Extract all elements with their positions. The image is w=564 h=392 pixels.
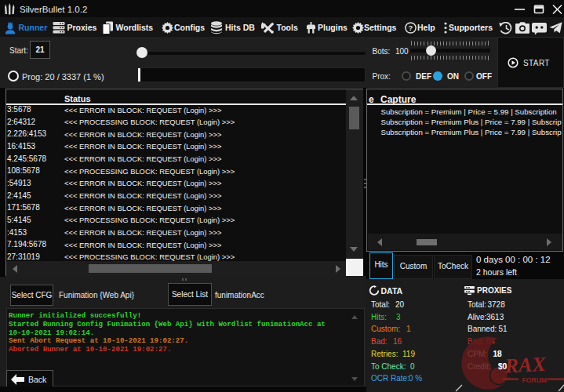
- svg-text:RAX: RAX: [504, 353, 547, 378]
- svg-text:FORUM: FORUM: [522, 376, 548, 384]
- svg-text:?: ?: [409, 24, 413, 32]
